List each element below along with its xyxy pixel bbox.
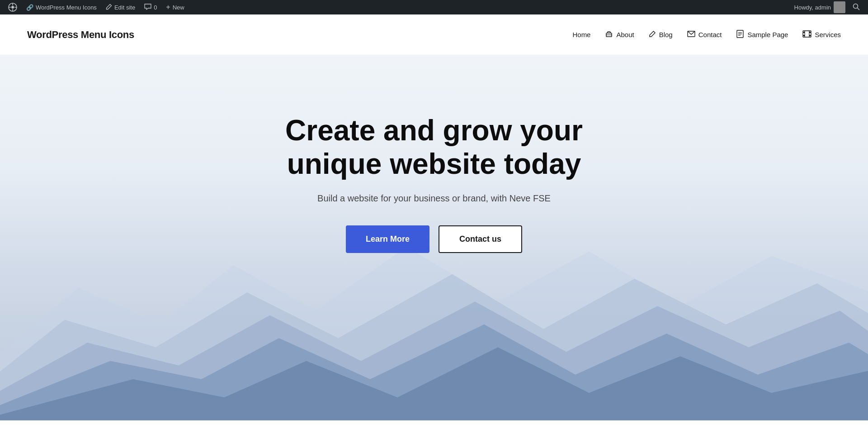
film-icon	[802, 30, 811, 39]
learn-more-button[interactable]: Learn More	[346, 225, 429, 253]
hero-heading-line2: unique website today	[287, 148, 581, 180]
svg-marker-24	[0, 302, 868, 420]
contact-label: Contact	[698, 31, 722, 38]
svg-point-1	[11, 6, 14, 9]
howdy-text: Howdy, admin	[794, 4, 831, 11]
hero-heading-line1: Create and grow your	[285, 114, 583, 147]
edit-site-item[interactable]: Edit site	[101, 0, 140, 14]
site-name-icon: 🔗	[26, 4, 33, 11]
site-name-label: WordPress Menu Icons	[36, 4, 97, 11]
new-icon: +	[166, 3, 170, 11]
edit-site-label: Edit site	[114, 4, 135, 11]
svg-line-7	[858, 8, 860, 10]
hero-buttons: Learn More Contact us	[285, 225, 583, 253]
blog-label: Blog	[659, 31, 673, 38]
wp-logo-item[interactable]	[4, 0, 22, 14]
main-nav: Home About Blog Contact Sample Page	[572, 30, 841, 39]
briefcase-icon	[605, 30, 613, 39]
hero-section: Create and grow your unique website toda…	[0, 55, 868, 420]
about-label: About	[616, 31, 634, 38]
nav-item-sample-page[interactable]: Sample Page	[736, 30, 788, 39]
site-title[interactable]: WordPress Menu Icons	[27, 29, 134, 41]
new-label: New	[173, 4, 184, 11]
admin-avatar[interactable]	[834, 1, 845, 13]
comments-icon	[144, 4, 151, 11]
svg-rect-21	[809, 35, 811, 36]
nav-item-contact[interactable]: Contact	[687, 31, 722, 38]
home-label: Home	[572, 31, 590, 38]
envelope-icon	[687, 31, 695, 38]
document-icon	[736, 30, 744, 39]
svg-marker-22	[0, 247, 868, 420]
svg-marker-23	[0, 274, 868, 420]
nav-item-blog[interactable]: Blog	[649, 30, 673, 39]
comments-item[interactable]: 0	[140, 0, 161, 14]
admin-search-icon[interactable]	[848, 3, 864, 12]
nav-item-about[interactable]: About	[605, 30, 634, 39]
svg-marker-26	[0, 348, 868, 420]
site-name-item[interactable]: 🔗 WordPress Menu Icons	[22, 0, 101, 14]
nav-item-home[interactable]: Home	[572, 31, 590, 38]
comments-count: 0	[154, 4, 157, 11]
site-header: WordPress Menu Icons Home About Blog Con…	[0, 14, 868, 55]
svg-point-6	[854, 4, 858, 8]
svg-rect-18	[803, 32, 805, 33]
hero-subtext: Build a website for your business or bra…	[285, 193, 583, 204]
contact-us-button[interactable]: Contact us	[439, 225, 522, 253]
hero-heading: Create and grow your unique website toda…	[285, 114, 583, 181]
new-content-item[interactable]: + New	[161, 0, 189, 14]
svg-rect-19	[803, 35, 805, 36]
sample-page-label: Sample Page	[747, 31, 788, 38]
hero-content: Create and grow your unique website toda…	[276, 114, 592, 253]
svg-rect-20	[809, 32, 811, 33]
pencil-icon	[649, 30, 656, 39]
svg-marker-25	[0, 325, 868, 420]
admin-bar: 🔗 WordPress Menu Icons Edit site 0 + New…	[0, 0, 868, 14]
services-label: Services	[815, 31, 841, 38]
nav-item-services[interactable]: Services	[802, 30, 841, 39]
edit-site-icon	[106, 4, 112, 11]
admin-bar-right: Howdy, admin	[794, 1, 864, 13]
admin-bar-left: 🔗 WordPress Menu Icons Edit site 0 + New	[4, 0, 794, 14]
